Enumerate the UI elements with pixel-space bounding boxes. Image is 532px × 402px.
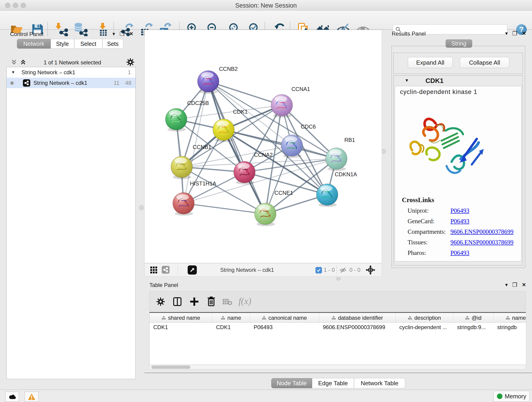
cell-database-identifier[interactable]: 9606.ENSP00000378699 xyxy=(319,322,396,332)
crosslinks-heading: CrossLinks xyxy=(402,196,434,204)
selected-checkbox-icon[interactable] xyxy=(316,267,322,274)
column-type-icon xyxy=(262,316,266,320)
crosslink-link[interactable]: 9606.ENSP00000378699 xyxy=(450,228,513,235)
cell-description[interactable]: cyclin-dependent ... xyxy=(396,322,453,332)
cell-shared-name[interactable]: CDK1 xyxy=(150,322,212,332)
memory-status-dot-icon xyxy=(497,394,502,399)
column-header[interactable]: @id xyxy=(453,313,494,322)
panel-close-icon[interactable]: ✕ xyxy=(129,31,133,37)
table-horizontal-scrollbar[interactable] xyxy=(149,365,526,370)
table-row[interactable]: CDK1 CDK1 P06493 9606.ENSP00000378699 cy… xyxy=(150,322,526,332)
collapse-all-button[interactable]: Collapse All xyxy=(460,57,509,68)
collection-count: 1 xyxy=(128,69,131,76)
column-header[interactable]: shared name xyxy=(150,313,212,322)
crosslink-label: Pharos: xyxy=(408,249,426,256)
panel-close-icon[interactable]: ✕ xyxy=(522,31,526,36)
network-graph[interactable]: CCNB2CCNA1CDC25BCDK1CDC6RB1CCNB1CCNA2CDK… xyxy=(145,30,382,263)
edge-count: 48 xyxy=(125,80,131,86)
section-collapse-icon[interactable]: ▼ xyxy=(405,78,409,83)
node-label: CDC25B xyxy=(187,100,209,106)
collection-label: String Network – cdk1 xyxy=(22,69,75,76)
delete-column-icon[interactable] xyxy=(207,297,215,306)
warnings-button[interactable] xyxy=(25,392,38,402)
network-row-selected[interactable]: String Network – cdk1 11 48 xyxy=(7,78,135,88)
main-toolbar: ? xyxy=(0,11,532,30)
clear-table-icon xyxy=(222,298,232,305)
cloud-button[interactable] xyxy=(5,392,19,402)
tab-sets[interactable]: Sets xyxy=(102,39,123,49)
panel-menu-icon[interactable]: ▾ xyxy=(113,31,115,37)
gear-icon[interactable] xyxy=(127,58,134,66)
node-label: CDK1 xyxy=(233,109,248,115)
expand-all-button[interactable]: Expand All xyxy=(408,57,453,68)
crosslink-link[interactable]: P06493 xyxy=(450,249,469,256)
grid-view-icon[interactable] xyxy=(150,267,157,274)
control-panel-tabs: NetworkStyleSelectSets xyxy=(17,39,123,49)
expand-collapse-box: Expand All Collapse All xyxy=(393,53,523,74)
results-splitter-handle[interactable] xyxy=(381,149,386,153)
cell-name[interactable]: CDK1 xyxy=(212,322,250,332)
collapse-triangle-icon[interactable]: ▼ xyxy=(11,70,15,75)
panel-close-icon[interactable]: ✕ xyxy=(522,282,526,288)
cdk1-section: ▼ CDK1 cyclin-dependent kinase 1 xyxy=(393,75,523,265)
tab-string[interactable]: String xyxy=(446,39,472,48)
crosslink-link[interactable]: 9606.ENSP00000378699 xyxy=(450,239,513,246)
column-header[interactable]: name xyxy=(212,313,250,322)
cell-canonical-name[interactable]: P06493 xyxy=(250,322,319,332)
column-header[interactable]: canonical name xyxy=(250,313,319,322)
bar-separator xyxy=(178,265,178,275)
network-node-ccna1[interactable]: CCNA1 xyxy=(271,86,310,118)
hidden-count: 0 - 0 xyxy=(349,267,360,273)
column-header[interactable]: namespace xyxy=(494,313,526,322)
tab-network-table[interactable]: Network Table xyxy=(354,378,405,388)
tab-edge-table[interactable]: Edge Table xyxy=(312,378,354,388)
tab-node-table[interactable]: Node Table xyxy=(271,378,312,388)
column-type-icon xyxy=(465,316,469,320)
memory-label: Memory xyxy=(505,393,526,400)
select-columns-icon[interactable] xyxy=(173,297,182,306)
network-list-toolbar: 1 of 1 Network selected xyxy=(9,58,136,67)
warning-icon xyxy=(28,393,36,400)
node-label: CCNB1 xyxy=(193,144,211,150)
cell-namespace[interactable]: stringdb xyxy=(494,322,526,332)
column-header[interactable]: database identifier xyxy=(319,313,396,322)
crosslink-label: Compartments: xyxy=(408,228,446,235)
panel-menu-icon[interactable]: ▾ xyxy=(505,282,508,288)
table-gear-icon[interactable] xyxy=(157,298,165,306)
column-type-icon xyxy=(162,316,166,320)
protein-structure-image xyxy=(403,109,488,185)
node-label: CCNE1 xyxy=(274,190,293,196)
panel-float-icon[interactable]: ❐ xyxy=(512,30,517,37)
network-canvas[interactable]: CCNB2CCNA1CDC25BCDK1CDC6RB1CCNB1CCNA2CDK… xyxy=(144,30,382,263)
scrollbar-thumb[interactable] xyxy=(152,366,190,369)
node-label: CCNB2 xyxy=(219,66,238,72)
network-node-rb1[interactable]: RB1 xyxy=(326,137,355,171)
network-node-ccnb1[interactable]: CCNB1 xyxy=(171,144,211,179)
tab-network[interactable]: Network xyxy=(17,39,51,49)
table-panel-title: Table Panel xyxy=(149,282,178,288)
panel-float-icon[interactable]: ❐ xyxy=(120,31,125,37)
network-share-icon[interactable] xyxy=(162,266,170,274)
tab-style[interactable]: Style xyxy=(51,39,74,49)
title-bar: Session: New Session xyxy=(0,0,532,11)
detach-view-button[interactable] xyxy=(188,265,197,274)
network-collection-row[interactable]: ▼ String Network – cdk1 1 xyxy=(7,67,135,78)
vertical-splitter-handle[interactable] xyxy=(139,205,144,210)
memory-button[interactable]: Memory xyxy=(494,391,530,402)
panel-menu-icon[interactable]: ▾ xyxy=(505,31,508,36)
cell-id[interactable]: stringdb:9... xyxy=(453,322,494,332)
window-title: Session: New Session xyxy=(0,2,532,9)
network-node-ccne1[interactable]: CCNE1 xyxy=(254,190,293,226)
network-node-cdkn1a[interactable]: CDKN1A xyxy=(317,171,357,207)
birdseye-crosshair-icon[interactable] xyxy=(366,265,375,275)
node-label: CDKN1A xyxy=(335,171,357,177)
crosslink-link[interactable]: P06493 xyxy=(450,218,469,225)
current-network-dot-icon xyxy=(10,81,14,85)
node-label: RB1 xyxy=(344,137,355,143)
column-header[interactable]: description xyxy=(396,313,453,322)
add-column-icon[interactable] xyxy=(190,297,199,306)
panel-float-icon[interactable]: ❐ xyxy=(512,282,517,288)
crosslink-link[interactable]: P06493 xyxy=(450,207,469,214)
status-bar: Memory xyxy=(0,390,532,402)
tab-select[interactable]: Select xyxy=(74,39,102,49)
